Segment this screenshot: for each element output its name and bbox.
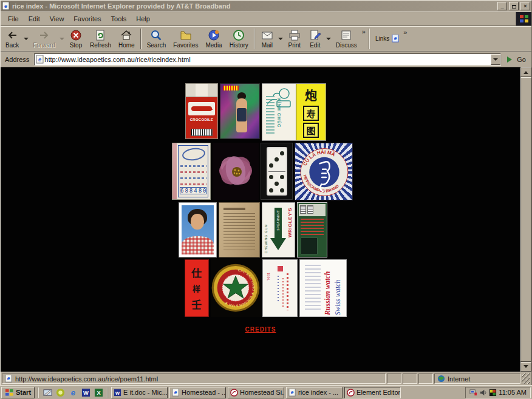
word-icon[interactable]: W	[80, 387, 91, 398]
back-dropdown[interactable]	[22, 27, 29, 50]
resize-grip[interactable]	[522, 373, 530, 384]
print-button[interactable]: Print	[284, 27, 305, 50]
search-button[interactable]: Search	[143, 27, 170, 50]
close-button[interactable]: ×	[520, 2, 530, 10]
links-overflow-chevron[interactable]: »	[402, 27, 408, 37]
forward-dropdown[interactable]	[59, 27, 66, 50]
show-desktop-icon[interactable]	[42, 387, 53, 398]
image-pressed-flower[interactable]	[213, 143, 259, 200]
refresh-button[interactable]: Refresh	[86, 27, 115, 50]
edit-button[interactable]: Edit	[305, 27, 326, 50]
credits-link[interactable]: CREDITS	[245, 326, 276, 333]
vertical-scrollbar[interactable]	[520, 67, 531, 372]
media-icon	[207, 29, 220, 41]
tin-drawing: CAO SAO VÀNG ★ GOLDEN STAR ★	[211, 262, 261, 314]
discuss-button[interactable]: Discuss	[332, 27, 361, 50]
menu-help[interactable]: Help	[131, 13, 155, 24]
image-watch-card[interactable]: Russian watch Swiss watch	[299, 259, 347, 317]
stop-button[interactable]: Stop	[66, 27, 86, 50]
status-bar: e http://www.ideapoetics.com.au/rice/poe…	[1, 372, 531, 385]
red-seal	[278, 266, 283, 271]
image-seahorse-badge[interactable]: CỦ LÀ HẢI MÃ HIPPOCAMPUS BRAND	[295, 143, 353, 200]
mail-icon	[261, 29, 274, 41]
menu-file[interactable]: File	[3, 13, 24, 24]
image-id-photo[interactable]	[179, 202, 217, 257]
up-arrow-icon	[523, 69, 528, 74]
image-grid-row-3: CHEWING GUM SPEARMINT WRIGLEY'S	[179, 202, 327, 257]
taskbar-separator	[107, 387, 108, 398]
back-button[interactable]: Back	[2, 27, 22, 50]
menu-tools[interactable]: Tools	[106, 13, 132, 24]
menu-favorites[interactable]: Favorites	[69, 13, 106, 24]
ticket-edge	[172, 143, 177, 199]
display-tray-icon[interactable]	[489, 389, 497, 397]
minimize-button[interactable]: _	[497, 2, 507, 10]
vertical-red-text	[287, 273, 288, 310]
image-golden-star-balm-tin[interactable]: CAO SAO VÀNG ★ GOLDEN STAR ★	[211, 259, 261, 317]
ticket-line	[180, 177, 206, 179]
screen: e rice index - Microsoft Internet Explor…	[0, 0, 532, 399]
status-pane	[418, 373, 433, 384]
image-swimsuit-card[interactable]	[220, 83, 260, 139]
favorites-button[interactable]: Favorites	[169, 27, 202, 50]
print-icon	[288, 29, 301, 41]
menu-view[interactable]: View	[45, 13, 69, 24]
forward-button[interactable]: Forward	[29, 27, 59, 50]
internet-explorer-icon: e	[172, 389, 180, 397]
scroll-down-button[interactable]	[520, 362, 531, 372]
toolbar-overflow-chevron[interactable]: »	[361, 27, 367, 36]
history-button[interactable]: History	[226, 27, 252, 50]
task-homestead-sitebuilder[interactable]: Homestead Si...	[228, 387, 284, 398]
svg-text:W: W	[83, 390, 89, 396]
image-ticket[interactable]: 688480	[172, 143, 211, 200]
page-viewport: CROCODILE	[1, 67, 531, 372]
task-rice-index[interactable]: e rice index - ...	[286, 387, 343, 398]
quick-launch-app-icon[interactable]	[55, 387, 66, 398]
internet-explorer-icon[interactable]: e	[67, 387, 78, 398]
image-crocodile-matchbox[interactable]: CROCODILE	[185, 83, 218, 139]
volume-tray-icon[interactable]	[479, 389, 487, 397]
address-dropdown[interactable]	[491, 54, 500, 65]
red-text-lines	[301, 219, 324, 236]
title-bar[interactable]: e rice index - Microsoft Internet Explor…	[1, 1, 531, 12]
media-button[interactable]: Media	[202, 27, 225, 50]
image-kinh-chuc-card[interactable]: KÍNH CHÚC 炮 寿 图	[262, 83, 326, 141]
modem-tray-icon[interactable]	[469, 389, 477, 397]
scroll-up-button[interactable]	[520, 67, 531, 77]
forward-icon	[38, 29, 51, 41]
excel-icon[interactable]: X	[93, 387, 104, 398]
home-button[interactable]: Home	[115, 27, 138, 50]
menu-edit[interactable]: Edit	[24, 13, 45, 24]
task-word-document[interactable]: W E it.doc - Mic...	[111, 387, 168, 398]
scrollbar-thumb[interactable]	[520, 77, 531, 362]
svg-text:e: e	[174, 389, 177, 395]
task-element-editor[interactable]: Element Editor	[344, 387, 401, 398]
image-domino[interactable]	[261, 143, 293, 200]
mail-button[interactable]: Mail	[257, 27, 278, 50]
task-homestead-ie[interactable]: e Homestead - ...	[169, 387, 226, 398]
links-bar[interactable]: Links e »	[373, 27, 411, 50]
box-flap	[186, 84, 217, 97]
image-green-card[interactable]	[297, 202, 327, 257]
status-page-icon: e	[5, 375, 13, 383]
edit-dropdown[interactable]	[326, 27, 332, 50]
favorites-icon	[179, 29, 193, 41]
stop-icon	[69, 29, 83, 41]
address-field[interactable]: e	[34, 53, 501, 66]
address-page-icon: e	[36, 55, 44, 64]
restore-button[interactable]	[509, 2, 519, 10]
card-logo	[223, 86, 239, 90]
mail-dropdown[interactable]	[278, 27, 284, 50]
go-button[interactable]: Go	[503, 53, 530, 66]
address-input[interactable]	[44, 55, 491, 64]
status-pane	[403, 373, 417, 384]
links-label: Links	[375, 35, 389, 42]
links-page-icon: e	[392, 35, 400, 43]
image-old-paper-document[interactable]	[219, 202, 260, 257]
start-button[interactable]: Start	[1, 387, 35, 398]
image-wrigleys-wrapper[interactable]: CHEWING GUM SPEARMINT WRIGLEY'S	[262, 202, 295, 257]
vertical-red-text	[282, 278, 284, 307]
image-red-tag[interactable]: 仕 样 壬	[185, 259, 209, 317]
image-business-card[interactable]: 7681	[262, 259, 298, 317]
flower-drawing	[213, 143, 259, 200]
